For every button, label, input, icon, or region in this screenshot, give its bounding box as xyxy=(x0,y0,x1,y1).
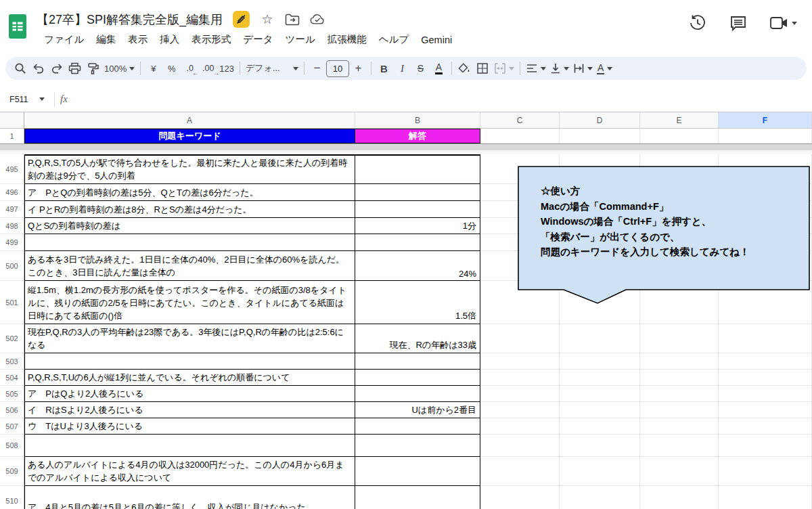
cell-question-A500[interactable]: ある本を3日で読み終えた。1日目に全体の40%、2日目に全体の60%を読んだ。こ… xyxy=(24,251,355,281)
cell-question-A510[interactable]: ア 4月と5月の差は5月と6月の差に等しく、収入が同じ月はなかった。 xyxy=(24,486,355,509)
cell-question-A509[interactable]: ある人のアルバイトによる4月の収入は32000円だった。この人の4月から6月まで… xyxy=(24,457,355,486)
name-box[interactable]: F511 xyxy=(0,95,49,104)
select-all-corner[interactable] xyxy=(0,112,24,129)
font-size-input[interactable]: 10 xyxy=(326,60,349,77)
cell[interactable] xyxy=(480,418,560,435)
row-number[interactable]: 495 xyxy=(0,154,24,184)
cell-answer-B503[interactable] xyxy=(355,353,480,370)
cell-question-A497[interactable]: イ PとRの到着時刻の差は8分、RとSの差は4分だった。 xyxy=(24,201,355,218)
cell[interactable] xyxy=(560,486,640,509)
row-number[interactable]: 497 xyxy=(0,201,24,218)
cell[interactable] xyxy=(719,353,812,370)
font-select[interactable]: デフォ... xyxy=(244,59,300,78)
menu-item-ツール[interactable]: ツール xyxy=(279,30,321,49)
cell[interactable] xyxy=(640,486,719,509)
video-call-control[interactable] xyxy=(769,16,797,30)
cell[interactable] xyxy=(719,435,812,457)
text-color-button[interactable]: A xyxy=(430,59,448,78)
cell[interactable] xyxy=(560,324,640,353)
cell[interactable] xyxy=(719,486,812,509)
cloud-saved-icon[interactable] xyxy=(310,12,325,27)
cell-answer-B505[interactable] xyxy=(355,386,480,402)
cell-answer-header[interactable]: 解答 xyxy=(355,129,480,143)
column-header-D[interactable]: D xyxy=(560,112,640,129)
document-title[interactable]: 【27卒】SPI解答集完全版_編集用 xyxy=(37,12,223,28)
row-number[interactable]: 503 xyxy=(0,353,24,370)
percent-format-button[interactable]: % xyxy=(162,59,181,78)
cell[interactable] xyxy=(640,435,719,457)
print-button[interactable] xyxy=(66,59,84,78)
formula-input[interactable] xyxy=(68,87,812,112)
cell[interactable] xyxy=(640,402,719,418)
currency-format-button[interactable]: ¥ xyxy=(144,59,162,78)
cell[interactable] xyxy=(480,386,560,402)
vertical-align-button[interactable] xyxy=(548,59,571,78)
cell-answer-B510[interactable] xyxy=(355,486,480,509)
decrease-font-size-button[interactable]: − xyxy=(308,59,326,78)
cell[interactable] xyxy=(480,457,560,486)
row-number[interactable]: 505 xyxy=(0,386,24,402)
cell[interactable] xyxy=(560,370,640,386)
menu-item-ファイル[interactable]: ファイル xyxy=(38,30,90,49)
cell-answer-B509[interactable] xyxy=(355,457,480,486)
undo-button[interactable] xyxy=(29,59,47,78)
column-header-E[interactable]: E xyxy=(640,112,719,129)
column-header-B[interactable]: B xyxy=(355,112,480,129)
cell[interactable] xyxy=(480,402,560,418)
cell-answer-B498[interactable]: 1分 xyxy=(355,218,480,234)
cell-question-A507[interactable]: ウ TはUより3人後ろにいる xyxy=(24,418,355,435)
cell-question-A505[interactable]: ア PはQより2人後ろにいる xyxy=(24,386,355,402)
menu-item-表示[interactable]: 表示 xyxy=(122,30,154,49)
row-number[interactable]: 507 xyxy=(0,418,24,435)
version-history-icon[interactable] xyxy=(688,14,707,32)
cell[interactable] xyxy=(480,129,560,143)
cell[interactable] xyxy=(719,386,812,402)
cell[interactable] xyxy=(560,418,640,435)
increase-font-size-button[interactable]: + xyxy=(349,59,367,78)
sheets-logo-icon[interactable] xyxy=(8,14,27,39)
column-header-F[interactable]: F xyxy=(719,112,812,129)
move-folder-icon[interactable] xyxy=(285,12,300,27)
cell[interactable] xyxy=(560,457,640,486)
cell[interactable] xyxy=(640,129,719,143)
cell-answer-B504[interactable] xyxy=(355,370,480,386)
cell-answer-B497[interactable] xyxy=(355,201,480,218)
row-number[interactable]: 506 xyxy=(0,402,24,418)
cell-answer-B507[interactable] xyxy=(355,418,480,435)
cell-question-A496[interactable]: ア PとQの到着時刻の差は5分、QとTの差は6分だった。 xyxy=(24,184,355,201)
menu-item-拡張機能[interactable]: 拡張機能 xyxy=(321,30,373,49)
row-number[interactable]: 1 xyxy=(0,129,24,143)
row-number[interactable]: 496 xyxy=(0,184,24,201)
cell-answer-B499[interactable] xyxy=(355,234,480,251)
cell[interactable] xyxy=(560,129,640,143)
row-number[interactable]: 509 xyxy=(0,457,24,486)
cell-question-A495[interactable]: P,Q,R,S,Tの5人が駅で待ち合わせをした。最初に来た人と最後に来た人の到着… xyxy=(24,154,355,184)
cell[interactable] xyxy=(640,418,719,435)
comments-icon[interactable] xyxy=(729,14,748,32)
cell-question-A499[interactable] xyxy=(24,234,355,251)
row-number[interactable]: 510 xyxy=(0,486,24,509)
cell-answer-B500[interactable]: 24% xyxy=(355,251,480,281)
cell[interactable] xyxy=(719,418,812,435)
cell[interactable] xyxy=(640,457,719,486)
menu-item-データ[interactable]: データ xyxy=(237,30,279,49)
cell-answer-B496[interactable] xyxy=(355,184,480,201)
cell[interactable] xyxy=(480,435,560,457)
cell[interactable] xyxy=(560,353,640,370)
column-header-A[interactable]: A xyxy=(24,112,355,129)
cell-keyword-header[interactable]: 問題キーワード xyxy=(24,129,355,143)
cell[interactable] xyxy=(640,353,719,370)
cell[interactable] xyxy=(480,486,560,509)
row-number[interactable]: 504 xyxy=(0,370,24,386)
horizontal-align-button[interactable] xyxy=(524,59,548,78)
row-number[interactable]: 499 xyxy=(0,234,24,251)
cell-question-A503[interactable] xyxy=(24,353,355,370)
bold-button[interactable]: B xyxy=(375,59,393,78)
decrease-decimal-button[interactable]: .0← xyxy=(181,59,199,78)
cell-question-A504[interactable]: P,Q,R,S,T,Uの6人が縦1列に並んでいる。それぞれの順番について xyxy=(24,370,355,386)
row-number[interactable]: 501 xyxy=(0,281,24,324)
menu-item-表示形式[interactable]: 表示形式 xyxy=(185,30,237,49)
menu-item-挿入[interactable]: 挿入 xyxy=(154,30,185,49)
increase-decimal-button[interactable]: .00→ xyxy=(199,59,217,78)
cell-answer-B501[interactable]: 1.5倍 xyxy=(355,281,480,324)
